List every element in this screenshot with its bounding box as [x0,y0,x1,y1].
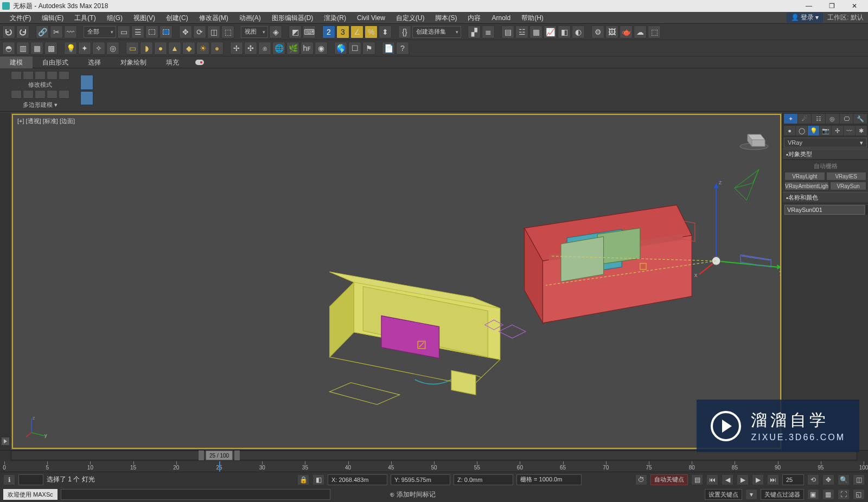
unlink-button[interactable]: ✂ [50,25,63,38]
mirror-button[interactable]: ▞ [468,25,481,38]
nav-maximize-icon[interactable]: ⛶ [838,489,850,500]
menu-arnold[interactable]: Arnold [486,12,516,24]
menu-animation[interactable]: 动画(A) [234,12,266,24]
ribbon-tab-modeling[interactable]: 建模 [0,56,33,68]
select-by-name-button[interactable]: ☰ [131,25,144,38]
goto-end-icon[interactable]: ⏭ [767,474,779,485]
display-tab[interactable]: 🖵 [840,114,853,124]
type-vrayies[interactable]: VRayIES [826,172,867,181]
rollout-name-color[interactable]: • 名称和颜色 [783,192,868,203]
named-selection-sets-dropdown[interactable]: 创建选择集 [412,26,461,38]
render-setup-button[interactable]: ⚙ [591,25,604,38]
motion-tab[interactable]: ◎ [826,114,839,124]
rotate-button[interactable]: ⟳ [193,25,206,38]
set-key-button[interactable]: 设置关键点 [705,489,742,500]
edit-named-selset-button[interactable]: {} [398,25,411,38]
light-icon-4[interactable]: ◎ [106,42,119,55]
vray-light-b-icon[interactable]: ▥ [16,42,29,55]
add-time-tag[interactable]: ⊕ 添加时间标记 [390,490,436,499]
sun-icon[interactable]: ☀ [196,42,209,55]
menu-edit[interactable]: 编辑(E) [36,12,69,24]
select-object-button[interactable]: ▭ [117,25,130,38]
menu-content[interactable]: 内容 [462,12,486,24]
create-tab[interactable]: ✦ [784,114,797,124]
key-filters-button[interactable]: 关键点过滤器 [761,489,804,500]
bind-spacewarp-button[interactable]: 〰 [64,25,77,38]
subcategory-dropdown[interactable]: VRay▾ [784,138,867,147]
key-filters-icon[interactable]: ▾ [745,489,757,500]
angle-snap-button[interactable]: ∠ [350,25,363,38]
coord-z[interactable]: Z: 0.0mm [454,474,513,485]
login-button[interactable]: 👤 登录 ▾ [787,12,824,23]
cat-shapes[interactable]: ◯ [796,126,807,136]
cat-geometry[interactable]: ● [784,126,795,136]
object-name-input[interactable] [784,205,865,215]
spinner-snap-button[interactable]: ⬍ [379,25,392,38]
nav-zoom-icon[interactable]: 🔍 [838,474,850,485]
selection-filter-dropdown[interactable]: 全部 [84,26,116,38]
play-icon[interactable]: ▶ [737,474,749,485]
goto-start-icon[interactable]: ⏮ [706,474,718,485]
helper-c-icon[interactable]: ⍟ [258,42,271,55]
move-button[interactable]: ✥ [179,25,192,38]
script-prompt[interactable] [18,474,43,485]
prev-frame-icon[interactable]: ◀ [722,474,733,485]
cat-cameras[interactable]: 📷 [820,126,831,136]
align-button[interactable]: ≣ [482,25,495,38]
schematic-view-button[interactable]: ◧ [558,25,571,38]
tree-icon[interactable]: 🌿 [286,42,299,55]
vray-light-a-icon[interactable]: ◓ [2,42,15,55]
redo-button[interactable] [16,25,29,38]
menu-modifiers[interactable]: 修改器(M) [194,12,234,24]
prim-sphere2-icon[interactable]: ● [154,42,167,55]
rect-select-button[interactable] [145,25,158,38]
utilities-tab[interactable]: 🔧 [853,114,867,124]
menu-file[interactable]: 文件(F) [4,12,36,24]
earth-icon[interactable]: 🌎 [334,42,347,55]
time-slider-handle[interactable]: 25 / 100 [206,450,233,460]
helper-b-icon[interactable]: ✣ [244,42,257,55]
cat-lights[interactable]: 💡 [808,126,819,136]
prim-sphere3-icon[interactable]: ● [210,42,224,55]
vray-light-c-icon[interactable]: ▦ [30,42,43,55]
menu-customize[interactable]: 自定义(U) [391,12,430,24]
hierarchy-tab[interactable]: ☷ [812,114,825,124]
ribbon-panel-button-b[interactable] [80,91,93,105]
placement-button[interactable]: ⬚ [221,25,234,38]
maximize-button[interactable]: ❐ [820,0,843,12]
vray-light-d-icon[interactable]: ▩ [44,42,58,55]
menu-maxscript[interactable]: 脚本(S) [430,12,462,24]
light-icon-3[interactable]: ✧ [92,42,105,55]
auto-key-button[interactable]: 自动关键点 [650,474,688,485]
type-vraylight[interactable]: VRayLight [784,172,825,181]
link-button[interactable]: 🔗 [36,25,49,38]
coord-x[interactable]: X: 2068.483m [328,474,387,485]
render-button[interactable]: 🫖 [620,25,633,38]
cat-spacewarps[interactable]: 〰 [844,126,855,136]
snap-2d-button[interactable]: 2 [322,25,335,38]
nav-zoom-all-icon[interactable]: ▦ [822,489,834,500]
globe-icon[interactable]: 🌐 [272,42,285,55]
render-in-cloud-button[interactable]: ☁ [634,25,647,38]
ribbon-tab-object-paint[interactable]: 对象绘制 [111,56,156,68]
prim-cone-icon[interactable]: ▲ [168,42,181,55]
current-frame-field[interactable]: 25 [782,474,804,485]
lock-selection-icon[interactable]: 🔒 [297,474,309,485]
cat-helpers[interactable]: ✢ [832,126,843,136]
close-button[interactable]: ✕ [843,0,866,12]
menu-group[interactable]: 组(G) [101,12,128,24]
ribbon-tab-freeform[interactable]: 自由形式 [33,56,78,68]
timeline-play-icon[interactable] [1,437,10,446]
hair-icon[interactable]: hꜰ [301,42,314,55]
time-ruler[interactable]: 0510152025303540455055606570758085909510… [4,461,864,472]
next-frame-icon[interactable]: ▶ [752,474,764,485]
ribbon-toggle-icon[interactable] [195,60,204,65]
listener-input[interactable] [61,489,331,500]
menu-tools[interactable]: 工具(T) [69,12,101,24]
light-icon-2[interactable]: ✦ [78,42,91,55]
nav-field-of-view-icon[interactable]: ◫ [853,474,865,485]
auto-grid-checkbox[interactable]: 自动栅格 [784,162,866,171]
set-key-mode-icon[interactable]: ▤ [691,474,703,485]
select-manipulate-button[interactable]: ◩ [289,25,302,38]
prim-sphere-icon[interactable]: ◗ [140,42,153,55]
